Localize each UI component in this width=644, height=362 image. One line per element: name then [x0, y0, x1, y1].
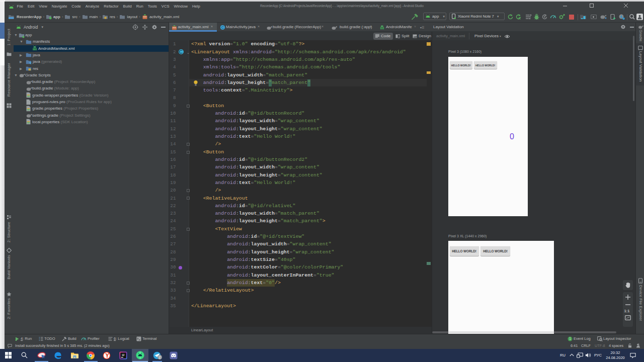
svg-text:C: C — [221, 26, 224, 29]
svg-text:IJ: IJ — [122, 353, 125, 356]
svg-text:1: 1 — [569, 337, 571, 340]
